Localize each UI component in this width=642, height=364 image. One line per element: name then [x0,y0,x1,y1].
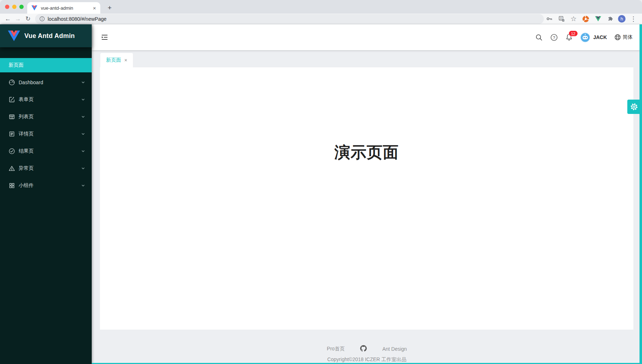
language-switcher[interactable]: 简体 [614,34,633,40]
sidebar-item-label: Dashboard [19,80,43,85]
sidebar-item-widgets[interactable]: 小组件 [0,177,92,194]
chevron-down-icon [81,149,85,153]
vue-favicon-icon [32,5,37,10]
sidebar-item-dashboard[interactable]: Dashboard [0,74,92,91]
address-bar[interactable]: localhost:8080/#/newPage [35,14,544,24]
menu-fold-icon[interactable] [100,33,109,42]
copyright: Copyright©2018 ICZER 工作室出品 [92,356,642,363]
zoom-window-button[interactable] [19,5,24,9]
search-icon[interactable] [535,34,543,41]
notification-badge: 12 [569,30,578,37]
chevron-down-icon [81,183,85,188]
window-controls[interactable] [5,5,24,9]
sidebar-item-new-page[interactable]: 新页面 [0,58,92,72]
sidebar-item-forms[interactable]: 表单页 [0,91,92,108]
back-icon[interactable]: ← [3,14,13,24]
username: JACK [593,34,607,40]
sidebar-item-label: 列表页 [19,114,34,120]
sidebar-item-label: 新页面 [9,62,24,68]
browser-profile-avatar[interactable]: h [618,15,626,23]
settings-drawer-button[interactable] [627,100,641,114]
sidebar-logo[interactable]: Vue Antd Admin [0,24,92,47]
app-header: ? 12 [92,24,642,50]
sidebar-menu: Dashboard 表单页 [0,74,92,194]
browser-tab-title: vue-antd-admin [41,5,89,11]
app-frame: Vue Antd Admin 新页面 Dashboard [0,24,642,364]
avatar [580,33,590,42]
chevron-down-icon [81,166,85,171]
page-content: 演示页面 [100,67,633,330]
tab-close-icon[interactable]: × [93,5,96,11]
url-text[interactable]: localhost:8080/#/newPage [48,16,106,22]
sidebar-item-label: 小组件 [19,182,34,189]
vue-logo-icon [8,30,20,41]
globe-icon [614,34,621,40]
forward-icon[interactable]: → [13,14,23,24]
form-icon [9,96,15,103]
footer-links: Pro首页 Ant Design [92,330,642,353]
profile-icon [9,131,15,137]
new-tab-button[interactable]: + [105,3,115,13]
toolbar-actions: 文 A ☆ h ⋮ [545,15,639,23]
user-menu[interactable]: JACK [580,33,607,42]
warning-icon [9,165,15,172]
extensions-puzzle-icon[interactable] [606,15,614,23]
app-footer: Pro首页 Ant Design Copyright©2018 ICZER 工作… [92,330,642,363]
sidebar-item-label: 结果页 [19,148,34,154]
footer-link-pro-home[interactable]: Pro首页 [327,346,345,352]
sidebar: Vue Antd Admin 新页面 Dashboard [0,24,92,364]
browser-tab[interactable]: vue-antd-admin × [27,2,100,14]
page-tab-active[interactable]: 新页面 × [100,53,133,67]
language-label: 简体 [623,34,633,40]
main-area: ? 12 [92,24,642,364]
help-icon[interactable]: ? [550,34,558,41]
svg-text:?: ? [553,35,555,39]
bookmark-star-icon[interactable]: ☆ [569,15,578,23]
header-actions: ? 12 [535,33,633,42]
translate-icon[interactable]: 文 A [557,15,566,23]
browser-tabstrip: vue-antd-admin × + [0,0,642,14]
chevron-down-icon [81,97,85,102]
page-info-icon[interactable] [39,16,45,21]
browser-chrome: vue-antd-admin × + ← → ↻ localhost:8080/… [0,0,642,24]
tab-close-icon[interactable]: × [124,58,127,63]
gear-icon [630,102,638,111]
sidebar-item-results[interactable]: 结果页 [0,143,92,160]
svg-text:A: A [562,19,564,21]
minimize-window-button[interactable] [12,5,16,9]
chevron-down-icon [81,115,85,119]
close-window-button[interactable] [5,5,9,9]
page-title: 演示页面 [100,67,633,163]
sidebar-item-lists[interactable]: 列表页 [0,108,92,125]
chevron-down-icon [81,80,85,85]
chevron-down-icon [81,132,85,136]
dashboard-icon [9,79,15,86]
page-tab-label: 新页面 [106,57,121,63]
reload-icon[interactable]: ↻ [23,14,33,24]
notifications-bell[interactable]: 12 [565,33,573,41]
widgets-icon [9,182,15,189]
table-icon [9,114,15,120]
extension-orange-icon[interactable] [581,15,590,23]
github-icon[interactable] [360,345,367,353]
app-title: Vue Antd Admin [24,32,75,40]
sidebar-item-label: 表单页 [19,96,34,103]
footer-link-ant-design[interactable]: Ant Design [382,346,407,352]
check-circle-icon [9,148,15,154]
password-key-icon[interactable] [545,15,554,23]
sidebar-item-details[interactable]: 详情页 [0,125,92,143]
sidebar-item-label: 异常页 [19,165,34,172]
vertical-scrollbar[interactable] [639,24,642,364]
vue-devtools-icon[interactable] [594,15,602,23]
browser-menu-dots-icon[interactable]: ⋮ [629,15,638,23]
sidebar-item-label: 详情页 [19,131,34,137]
sidebar-item-exceptions[interactable]: 异常页 [0,160,92,177]
browser-toolbar: ← → ↻ localhost:8080/#/newPage [0,14,642,24]
